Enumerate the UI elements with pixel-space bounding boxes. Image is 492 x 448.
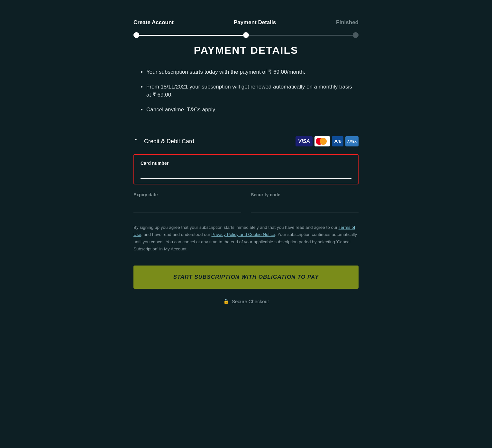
visa-logo: VISA: [296, 136, 313, 146]
mastercard-logo: [314, 136, 330, 146]
payment-method-label: Credit & Debit Card: [144, 138, 296, 145]
payment-method-header: ⌃ Credit & Debit Card VISA JCB AMEX: [133, 136, 359, 146]
step-dot-2: [243, 32, 249, 38]
card-number-field: Card number: [133, 154, 359, 184]
legal-text: By signing up you agree that your subscr…: [133, 224, 359, 253]
page-title: PAYMENT DETAILS: [194, 44, 298, 56]
card-logos: VISA JCB AMEX: [296, 136, 359, 146]
step-dot-1: [133, 32, 139, 38]
info-list: Your subscription starts today with the …: [137, 68, 355, 120]
amex-logo: AMEX: [345, 136, 359, 146]
jcb-logo: JCB: [332, 136, 343, 146]
card-number-label: Card number: [141, 161, 351, 166]
payment-container: ⌃ Credit & Debit Card VISA JCB AMEX Card…: [133, 136, 359, 304]
step-label-payment-details: Payment Details: [234, 19, 276, 26]
chevron-up-icon[interactable]: ⌃: [133, 138, 138, 145]
security-input[interactable]: [251, 202, 359, 212]
legal-before-tos: By signing up you agree that your subscr…: [133, 225, 339, 230]
info-item-2: From 18/11/2021 your subscription will g…: [146, 83, 355, 99]
step-dot-3: [353, 32, 359, 38]
step-label-create-account: Create Account: [133, 19, 174, 26]
secure-checkout: 🔒 Secure Checkout: [133, 298, 359, 304]
privacy-link[interactable]: Privacy Policy and Cookie Notice: [211, 232, 275, 237]
info-item-3: Cancel anytime. T&Cs apply.: [146, 106, 355, 114]
secure-checkout-label: Secure Checkout: [232, 299, 269, 304]
expiry-security-row: Expiry date Security code: [133, 192, 359, 212]
legal-middle: , and have read and understood our: [141, 232, 211, 237]
expiry-field-group: Expiry date: [133, 192, 241, 212]
step-label-finished: Finished: [336, 19, 359, 26]
step-line-1: [139, 35, 243, 36]
expiry-input[interactable]: [133, 202, 241, 212]
security-label: Security code: [251, 192, 359, 197]
info-item-1: Your subscription starts today with the …: [146, 68, 355, 76]
security-field-group: Security code: [251, 192, 359, 212]
card-number-input[interactable]: [141, 169, 351, 179]
lock-icon: 🔒: [223, 298, 229, 304]
step-line-2: [249, 35, 353, 36]
cta-button[interactable]: START SUBSCRIPTION WITH OBLIGATION TO PA…: [133, 266, 359, 289]
expiry-label: Expiry date: [133, 192, 241, 197]
stepper-track: [133, 32, 359, 38]
